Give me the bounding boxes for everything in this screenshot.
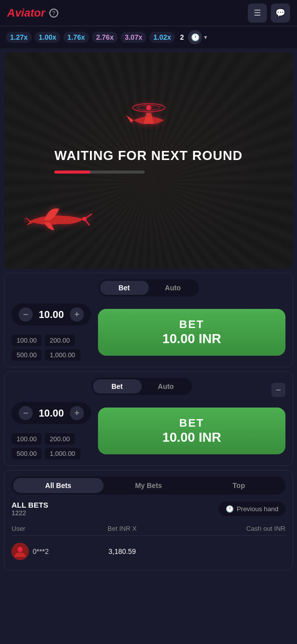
bet-row-1: − 10.00 + 100.00 200.00 500.00 1,000.00 … <box>12 303 285 361</box>
avatar <box>12 543 29 560</box>
quick-amount-500-1[interactable]: 500.00 <box>12 349 42 361</box>
waiting-text: WAITING FOR NEXT ROUND <box>54 148 242 164</box>
bet-decrease-btn-1[interactable]: − <box>19 307 33 321</box>
bet-amount-value-1: 10.00 <box>39 309 64 320</box>
multiplier-item-4[interactable]: 2.76x <box>92 32 118 43</box>
bet-button-2[interactable]: BET 10.00 INR <box>98 408 285 454</box>
bets-count: 1222 <box>12 509 48 517</box>
multiplier-item-5[interactable]: 3.07x <box>121 32 146 43</box>
svg-line-6 <box>24 218 28 219</box>
bet-amount-control-1: − 10.00 + <box>12 303 91 326</box>
svg-point-5 <box>82 217 86 221</box>
bet-quick-amounts-2: 100.00 200.00 500.00 1,000.00 <box>12 433 92 459</box>
multiplier-bar: 1.27x 1.00x 1.76x 2.76x 3.07x 1.02x 2 🕐 … <box>0 26 297 48</box>
bet-panel-1: Bet Auto − 10.00 + 100.00 200.00 500.00 … <box>4 273 293 367</box>
multiplier-item-6[interactable]: 1.02x <box>149 32 175 43</box>
help-icon[interactable]: ? <box>49 9 58 18</box>
prev-hand-icon: 🕐 <box>226 505 234 513</box>
plane-top <box>119 93 179 143</box>
bet-row-2: − 10.00 + 100.00 200.00 500.00 1,000.00 … <box>12 402 285 459</box>
bet-section-header-2: Bet Auto − <box>12 378 285 402</box>
bet-increase-btn-1[interactable]: + <box>70 307 84 321</box>
chat-button[interactable]: 💬 <box>271 4 290 23</box>
bet-tabs-1: Bet Auto <box>98 279 199 296</box>
multiplier-count: 2 <box>180 33 184 41</box>
bet-quick-amounts-1: 100.00 200.00 500.00 1,000.00 <box>12 335 92 361</box>
multiplier-item-3[interactable]: 1.76x <box>63 32 89 43</box>
bet-tab-auto-1[interactable]: Auto <box>149 281 197 295</box>
bets-section: All Bets My Bets Top ALL BETS 1222 🕐 Pre… <box>4 470 293 571</box>
prev-hand-label: Previous hand <box>237 505 278 513</box>
bet-tab-bet-2[interactable]: Bet <box>93 379 142 393</box>
history-button[interactable]: 🕐 <box>188 30 202 44</box>
quick-amount-100-1[interactable]: 100.00 <box>12 335 42 346</box>
col-bet-header: Bet INR X <box>92 525 152 532</box>
bet-button-amount-2: 10.00 INR <box>162 430 221 445</box>
progress-bar <box>54 171 145 174</box>
plane-bottom <box>24 196 94 238</box>
bet-decrease-btn-2[interactable]: − <box>19 406 33 420</box>
header: Aviator ? ☰ 💬 <box>0 0 297 26</box>
game-canvas: WAITING FOR NEXT ROUND <box>4 52 293 269</box>
quick-amount-200-2[interactable]: 200.00 <box>45 433 75 445</box>
bet-button-label-1: BET <box>179 318 205 331</box>
bet-tab-bet-1[interactable]: Bet <box>100 281 149 295</box>
quick-amount-1000-1[interactable]: 1,000.00 <box>45 349 80 361</box>
col-user-header: User <box>12 525 92 532</box>
quick-amount-200-1[interactable]: 200.00 <box>45 335 75 346</box>
quick-amount-500-2[interactable]: 500.00 <box>12 448 42 459</box>
bet-amount-value-2: 10.00 <box>39 408 64 419</box>
logo-text: Aviator <box>7 7 45 20</box>
bet-tabs-2: Bet Auto <box>91 378 192 395</box>
svg-point-2 <box>146 105 151 110</box>
bets-tab-my[interactable]: My Bets <box>104 478 194 493</box>
bet-amount-cell: 3,180.59 <box>92 547 152 555</box>
multiplier-item-2[interactable]: 1.00x <box>35 32 60 43</box>
bets-info-row: ALL BETS 1222 🕐 Previous hand <box>12 501 285 517</box>
quick-amount-1000-2[interactable]: 1,000.00 <box>45 448 80 459</box>
bet-button-amount-1: 10.00 INR <box>162 331 221 347</box>
col-cashout-header: Cash out INR <box>152 525 285 532</box>
progress-bar-fill <box>54 171 90 174</box>
bets-info-left: ALL BETS 1222 <box>12 501 48 517</box>
bet-button-label-2: BET <box>179 417 205 430</box>
multiplier-controls: 🕐 ▾ <box>188 30 207 44</box>
prev-hand-button[interactable]: 🕐 Previous hand <box>219 502 285 516</box>
table-row: 0***2 3,180.59 <box>12 539 285 564</box>
bet-increase-btn-2[interactable]: + <box>70 406 84 420</box>
bet-tab-auto-2[interactable]: Auto <box>142 379 190 393</box>
bet-button-1[interactable]: BET 10.00 INR <box>98 309 285 356</box>
header-right: ☰ 💬 <box>248 4 290 23</box>
chevron-down-icon[interactable]: ▾ <box>204 34 207 41</box>
remove-panel-btn[interactable]: − <box>271 383 285 397</box>
user-cell: 0***2 <box>12 543 92 560</box>
quick-amount-100-2[interactable]: 100.00 <box>12 433 42 445</box>
menu-button[interactable]: ☰ <box>248 4 267 23</box>
bets-tab-top[interactable]: Top <box>193 478 284 493</box>
bets-table-header: User Bet INR X Cash out INR <box>12 522 285 536</box>
multiplier-item-1[interactable]: 1.27x <box>6 32 32 43</box>
bets-tab-all[interactable]: All Bets <box>13 478 104 493</box>
header-left: Aviator ? <box>7 7 58 20</box>
bet-amount-control-2: − 10.00 + <box>12 402 91 424</box>
bets-title: ALL BETS <box>12 501 48 509</box>
bet-panel-2: Bet Auto − − 10.00 + 100.00 200.00 500.0… <box>4 371 293 466</box>
bets-tabs: All Bets My Bets Top <box>12 476 285 495</box>
user-name: 0***2 <box>33 547 49 555</box>
